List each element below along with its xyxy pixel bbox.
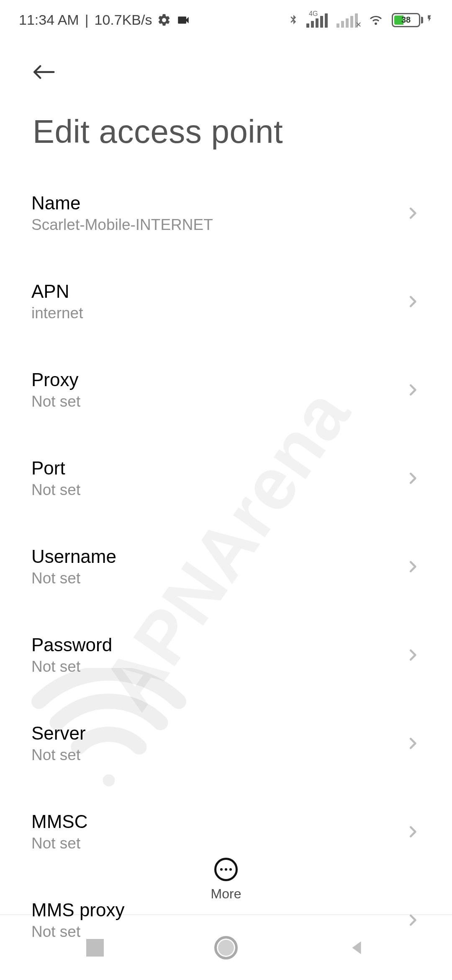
video-camera-icon (176, 13, 190, 27)
square-icon (86, 939, 104, 957)
apn-row-mmsc[interactable]: MMSC Not set (31, 811, 421, 852)
apn-row-server[interactable]: Server Not set (31, 723, 421, 764)
row-label: APN (31, 281, 83, 302)
row-label: Name (31, 193, 213, 214)
chevron-right-icon (405, 294, 421, 309)
row-label: Password (31, 634, 112, 655)
row-label: Proxy (31, 369, 80, 390)
page-title: Edit access point (0, 90, 452, 168)
row-value: Scarlet-Mobile-INTERNET (31, 216, 213, 234)
row-value: internet (31, 304, 83, 322)
wifi-icon (367, 13, 385, 27)
cellular-signal-1-icon: 4G (306, 13, 330, 28)
apn-row-port[interactable]: Port Not set (31, 458, 421, 499)
row-label: Server (31, 723, 86, 744)
row-value: Not set (31, 570, 116, 587)
status-time: 11:34 AM (19, 12, 79, 28)
chevron-right-icon (405, 824, 421, 840)
nav-back-button[interactable] (332, 938, 382, 957)
chevron-right-icon (405, 912, 421, 928)
bluetooth-icon (287, 13, 300, 27)
row-value: Not set (31, 658, 112, 676)
apn-row-mms-proxy[interactable]: MMS proxy Not set (31, 900, 421, 941)
battery-icon: 38 (392, 11, 433, 29)
row-label: Username (31, 546, 116, 567)
row-value: Not set (31, 923, 124, 941)
row-value: Not set (31, 481, 80, 499)
apn-row-username[interactable]: Username Not set (31, 546, 421, 587)
charging-bolt-icon (426, 11, 433, 29)
row-label: MMSC (31, 811, 87, 832)
triangle-left-icon (347, 938, 367, 957)
settings-list: Name Scarlet-Mobile-INTERNET APN interne… (0, 168, 452, 941)
status-network-speed: 10.7KB/s (95, 12, 152, 28)
chevron-right-icon (405, 559, 421, 575)
apn-row-apn[interactable]: APN internet (31, 281, 421, 322)
cellular-signal-2-icon: ✕ (336, 13, 360, 28)
nav-recents-button[interactable] (70, 939, 120, 957)
chevron-right-icon (405, 470, 421, 486)
chevron-right-icon (405, 735, 421, 751)
chevron-right-icon (405, 382, 421, 398)
gear-icon (157, 13, 171, 27)
chevron-right-icon (405, 205, 421, 221)
apn-row-name[interactable]: Name Scarlet-Mobile-INTERNET (31, 193, 421, 234)
status-left: 11:34 AM | 10.7KB/s (19, 12, 190, 28)
status-separator: | (85, 12, 89, 28)
apn-row-password[interactable]: Password Not set (31, 634, 421, 676)
row-value: Not set (31, 393, 80, 410)
status-bar: 11:34 AM | 10.7KB/s 4G ✕ (0, 0, 452, 40)
chevron-right-icon (405, 647, 421, 663)
status-right: 4G ✕ 38 (287, 11, 433, 29)
row-value: Not set (31, 835, 87, 852)
apn-row-proxy[interactable]: Proxy Not set (31, 369, 421, 410)
battery-percent-label: 38 (393, 14, 419, 26)
row-label: Port (31, 458, 80, 479)
back-button[interactable] (31, 59, 58, 85)
row-label: MMS proxy (31, 900, 124, 921)
row-value: Not set (31, 746, 86, 764)
